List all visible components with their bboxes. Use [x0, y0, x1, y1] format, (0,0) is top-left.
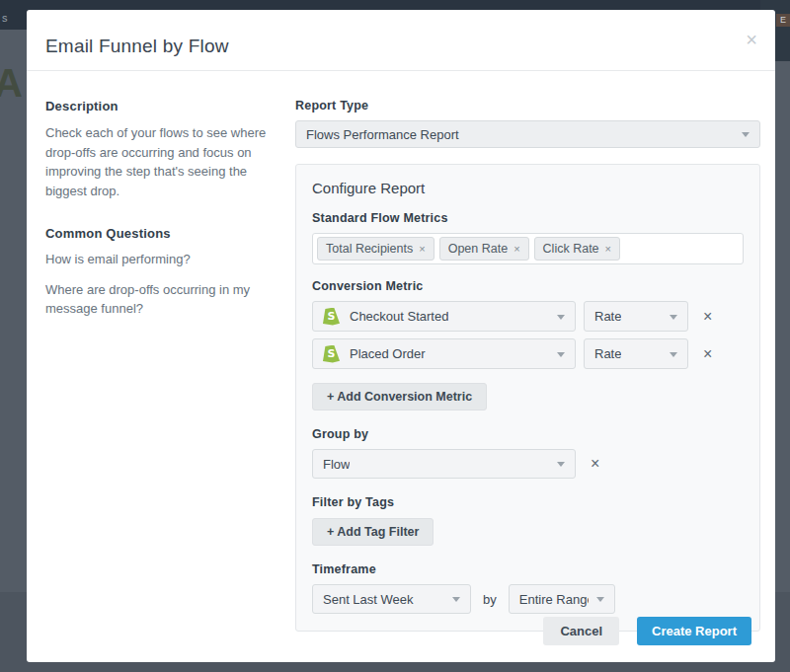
question-item: Where are drop-offs occurring in my mess… — [45, 281, 275, 319]
shopify-icon: S — [323, 345, 340, 363]
conversion-mode-select[interactable]: Rate — [584, 338, 688, 369]
chevron-down-icon — [596, 597, 604, 602]
timeframe-label: Timeframe — [312, 562, 744, 576]
remove-row-icon[interactable]: × — [703, 346, 712, 362]
conversion-mode-value: Rate — [594, 346, 621, 361]
description-text: Check each of your flows to see where dr… — [45, 123, 275, 200]
shopify-icon: S — [323, 308, 340, 326]
standard-flow-metrics-label: Standard Flow Metrics — [312, 211, 744, 225]
group-by-label: Group by — [312, 427, 744, 441]
chevron-down-icon — [452, 597, 460, 602]
group-by-select[interactable]: Flow — [312, 449, 576, 479]
modal-footer: Cancel Create Report — [543, 617, 751, 645]
tag-remove-icon[interactable]: × — [514, 243, 519, 255]
background-page-letter: A — [0, 61, 23, 106]
conversion-metric-value: Checkout Started — [350, 309, 448, 324]
tag-remove-icon[interactable]: × — [605, 243, 611, 255]
remove-group-by-icon[interactable]: × — [591, 456, 599, 472]
chevron-down-icon — [557, 352, 565, 357]
timeframe-select[interactable]: Sent Last Week — [312, 584, 471, 614]
conversion-metric-value: Placed Order — [350, 346, 426, 361]
report-form: Report Type Flows Performance Report Con… — [295, 99, 760, 632]
conversion-mode-select[interactable]: Rate — [584, 301, 688, 332]
timeframe-granularity-select[interactable]: Entire Range — [509, 584, 615, 614]
chevron-down-icon — [557, 462, 565, 467]
question-item: How is email performing? — [45, 251, 275, 269]
cancel-button[interactable]: Cancel — [543, 617, 619, 645]
metric-tag-label: Click Rate — [543, 242, 599, 256]
conversion-metric-label: Conversion Metric — [312, 279, 744, 293]
description-panel: Description Check each of your flows to … — [45, 99, 275, 632]
conversion-metric-row: S Placed Order Rate × — [312, 338, 744, 369]
standard-metrics-input[interactable]: Total Recipients × Open Rate × Click Rat… — [312, 233, 744, 264]
conversion-metric-select[interactable]: S Checkout Started — [312, 301, 576, 332]
configure-report-panel: Configure Report Standard Flow Metrics T… — [295, 164, 760, 632]
chevron-down-icon — [557, 315, 565, 320]
metric-tag-label: Total Recipients — [326, 242, 413, 256]
chevron-down-icon — [742, 132, 750, 137]
filter-by-tags-label: Filter by Tags — [312, 495, 744, 509]
timeframe-value: Sent Last Week — [323, 592, 414, 607]
metric-tag: Total Recipients × — [317, 237, 434, 261]
report-type-value: Flows Performance Report — [306, 127, 459, 142]
timeframe-row: Sent Last Week by Entire Range — [312, 584, 744, 614]
remove-row-icon[interactable]: × — [703, 309, 712, 325]
timeframe-granularity-value: Entire Range — [519, 592, 589, 607]
report-config-modal: Email Funnel by Flow × Description Check… — [27, 10, 775, 662]
metric-tag: Open Rate × — [439, 237, 529, 261]
group-by-row: Flow × — [312, 449, 744, 479]
add-tag-filter-button[interactable]: + Add Tag Filter — [312, 518, 434, 546]
group-by-value: Flow — [323, 457, 350, 472]
add-conversion-metric-button[interactable]: + Add Conversion Metric — [312, 383, 487, 411]
metric-tag: Click Rate × — [534, 237, 620, 261]
background-button-fragment: E — [776, 14, 790, 27]
report-type-select[interactable]: Flows Performance Report — [295, 120, 760, 148]
description-heading: Description — [45, 99, 275, 113]
create-report-button[interactable]: Create Report — [637, 617, 751, 645]
timeframe-connector: by — [483, 592, 497, 607]
conversion-metric-select[interactable]: S Placed Order — [312, 338, 576, 369]
report-type-label: Report Type — [295, 99, 760, 112]
modal-header: Email Funnel by Flow × — [27, 10, 775, 71]
conversion-mode-value: Rate — [594, 309, 621, 324]
common-questions-heading: Common Questions — [45, 226, 275, 241]
chevron-down-icon — [670, 352, 677, 357]
configure-report-heading: Configure Report — [312, 180, 744, 196]
metric-tag-label: Open Rate — [448, 242, 508, 256]
modal-body: Description Check each of your flows to … — [27, 71, 775, 632]
conversion-metric-row: S Checkout Started Rate × — [312, 301, 744, 332]
modal-title: Email Funnel by Flow — [45, 36, 775, 57]
chevron-down-icon — [670, 315, 677, 320]
tag-remove-icon[interactable]: × — [419, 243, 425, 255]
close-icon[interactable]: × — [746, 30, 757, 49]
background-nav-fragment: s — [2, 12, 8, 24]
